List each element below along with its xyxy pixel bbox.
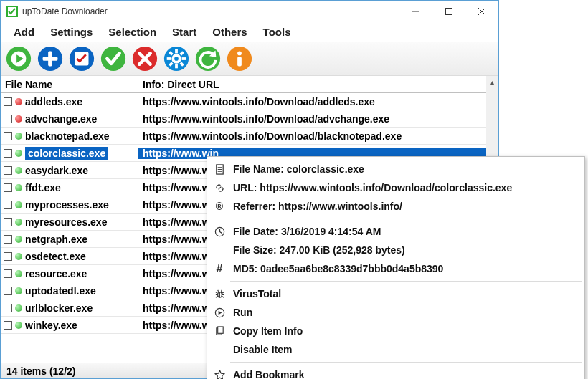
star-icon xyxy=(213,368,226,379)
separator xyxy=(230,219,582,219)
link-icon xyxy=(213,181,226,194)
svg-rect-2 xyxy=(446,8,452,14)
ctx-label: Disable Item xyxy=(233,344,292,355)
add-button[interactable] xyxy=(37,45,64,72)
column-header-filename[interactable]: File Name xyxy=(1,76,138,92)
checkbox[interactable] xyxy=(4,132,12,140)
ctx-virustotal[interactable]: VirusTotal xyxy=(207,284,584,303)
menu-start[interactable]: Start xyxy=(165,23,204,41)
ctx-file-name[interactable]: File Name: colorclassic.exe xyxy=(207,160,584,178)
svg-point-24 xyxy=(237,51,242,55)
svg-rect-35 xyxy=(217,326,223,332)
separator xyxy=(230,362,582,363)
checkbox[interactable] xyxy=(4,287,12,295)
menu-add[interactable]: Add xyxy=(6,23,42,41)
checkbox[interactable] xyxy=(4,149,12,158)
file-name: myresources.exe xyxy=(25,216,107,228)
checklist-button[interactable] xyxy=(68,45,95,72)
ctx-label: Referrer: https://www.wintools.info/ xyxy=(233,201,402,212)
toolbar xyxy=(1,42,498,76)
file-name: netgraph.exe xyxy=(25,234,87,245)
window-title: upToDate Downloader xyxy=(22,6,399,16)
ctx-md5[interactable]: # MD5: 0adee5aa6be8c8339d7bbb0d4a5b8390 xyxy=(207,259,584,278)
ctx-file-date[interactable]: File Date: 3/16/2019 4:14:54 AM xyxy=(207,222,584,241)
table-row[interactable]: advchange.exehttps://www.wintools.info/D… xyxy=(1,110,498,128)
ctx-file-size[interactable]: . File Size: 247.00 KiB (252,928 bytes) xyxy=(207,241,584,259)
window-buttons xyxy=(399,1,498,22)
checkbox[interactable] xyxy=(4,201,12,209)
status-dot-red xyxy=(15,115,22,123)
file-name: easydark.exe xyxy=(25,165,88,176)
status-dot-red xyxy=(15,98,22,105)
ctx-disable[interactable]: . Disable Item xyxy=(207,340,584,359)
ctx-label: File Size: 247.00 KiB (252,928 bytes) xyxy=(233,244,405,256)
ctx-add-bookmark[interactable]: Add Bookmark xyxy=(207,365,584,379)
clock-icon xyxy=(213,225,226,238)
app-icon xyxy=(6,6,18,17)
scroll-up-arrow[interactable]: ▴ xyxy=(486,76,498,88)
checkbox[interactable] xyxy=(4,269,12,278)
svg-rect-7 xyxy=(43,57,58,61)
reload-button[interactable] xyxy=(194,45,222,72)
status-dot-green xyxy=(15,270,22,277)
context-menu[interactable]: File Name: colorclassic.exe URL: https:/… xyxy=(207,156,585,379)
checkbox[interactable] xyxy=(4,252,12,261)
ctx-copy-info[interactable]: Copy Item Info xyxy=(207,322,584,340)
checkbox[interactable] xyxy=(4,183,12,192)
play-button[interactable] xyxy=(5,45,32,72)
ctx-run[interactable]: Run xyxy=(207,303,584,322)
close-button[interactable] xyxy=(465,1,498,22)
file-name: winkey.exe xyxy=(25,320,77,331)
checkbox[interactable] xyxy=(4,115,12,123)
play-icon xyxy=(213,306,226,319)
maximize-button[interactable] xyxy=(432,1,465,22)
file-url: https://www.wintools.info/Download/advch… xyxy=(138,113,498,125)
file-name: advchange.exe xyxy=(25,113,97,125)
svg-line-21 xyxy=(170,62,173,65)
file-url: https://www.wintools.info/Download/black… xyxy=(138,130,498,142)
menu-others[interactable]: Others xyxy=(205,23,254,41)
ctx-label: URL: https://www.wintools.info/Download/… xyxy=(233,182,512,193)
ctx-label: File Date: 3/16/2019 4:14:54 AM xyxy=(233,226,381,237)
status-dot-green xyxy=(15,236,22,243)
menu-tools[interactable]: Tools xyxy=(256,23,298,41)
checkbox[interactable] xyxy=(4,235,12,244)
registered-icon: ® xyxy=(213,200,226,213)
menu-selection[interactable]: Selection xyxy=(101,23,163,41)
table-row[interactable]: blacknotepad.exehttps://www.wintools.inf… xyxy=(1,128,498,145)
file-url: https://www.wintools.info/Download/addle… xyxy=(138,96,498,107)
svg-line-18 xyxy=(170,52,173,54)
ctx-referrer[interactable]: ® Referrer: https://www.wintools.info/ xyxy=(207,197,584,216)
ctx-url[interactable]: URL: https://www.wintools.info/Download/… xyxy=(207,178,584,197)
copy-icon xyxy=(213,325,226,337)
column-header-info[interactable]: Info: Direct URL xyxy=(138,76,498,92)
cancel-button[interactable] xyxy=(131,45,158,72)
file-name: uptodatedl.exe xyxy=(25,285,96,297)
menubar: AddSettingsSelectionStartOthersTools xyxy=(1,21,498,42)
check-button[interactable] xyxy=(100,45,127,72)
hash-icon: # xyxy=(213,262,226,275)
info-button[interactable] xyxy=(226,45,253,72)
checkbox[interactable] xyxy=(4,304,12,312)
status-dot-green xyxy=(15,219,22,226)
menu-settings[interactable]: Settings xyxy=(43,23,100,41)
settings-button[interactable] xyxy=(163,45,190,72)
status-dot-green xyxy=(15,322,22,329)
ctx-label: File Name: colorclassic.exe xyxy=(233,163,364,175)
file-name: urlblocker.exe xyxy=(25,302,93,314)
titlebar[interactable]: upToDate Downloader xyxy=(1,0,498,21)
file-name: blacknotepad.exe xyxy=(25,130,110,142)
svg-line-20 xyxy=(181,52,184,54)
checkbox[interactable] xyxy=(4,321,12,330)
ctx-label: Copy Item Info xyxy=(233,325,303,337)
checkbox[interactable] xyxy=(4,218,12,226)
file-name: ffdt.exe xyxy=(25,182,61,193)
minimize-button[interactable] xyxy=(399,1,432,22)
status-dot-green xyxy=(15,133,22,140)
file-name: resource.exe xyxy=(25,268,87,279)
table-row[interactable]: addleds.exehttps://www.wintools.info/Dow… xyxy=(1,93,498,110)
ctx-label: Add Bookmark xyxy=(233,369,305,379)
file-name: osdetect.exe xyxy=(25,251,86,262)
checkbox[interactable] xyxy=(4,166,12,175)
checkbox[interactable] xyxy=(4,97,12,106)
